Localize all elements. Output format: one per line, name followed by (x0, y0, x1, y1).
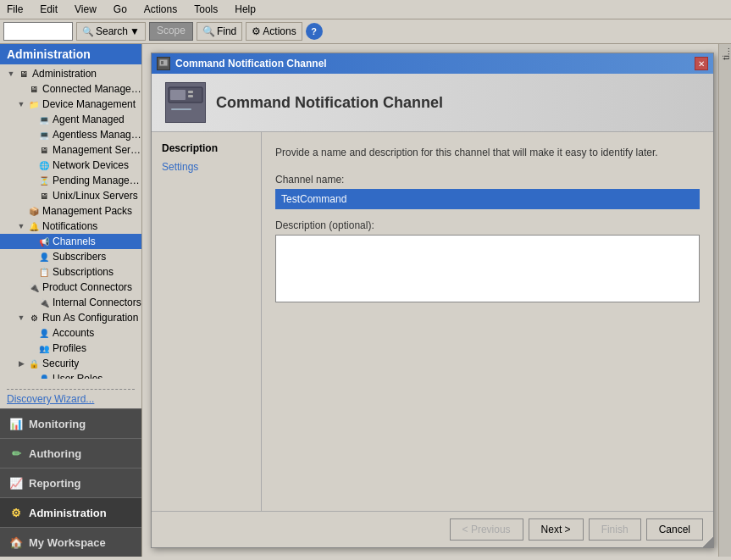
spacer-icon (27, 252, 36, 261)
menu-tools[interactable]: Tools (191, 2, 221, 17)
bottom-nav: 📊 Monitoring ✏ Authoring 📈 Reporting ⚙ A… (0, 408, 141, 557)
description-textarea[interactable] (275, 235, 700, 302)
menu-view[interactable]: View (71, 2, 100, 17)
actions-label: Actions (263, 25, 296, 37)
nav-reporting[interactable]: 📈 Reporting (0, 468, 141, 497)
sidebar-item-internal-connectors[interactable]: 🔌 Internal Connectors (0, 295, 141, 310)
nav-monitoring-label: Monitoring (29, 418, 86, 430)
search-input[interactable] (4, 25, 72, 38)
sidebar-tree: ▼ 🖥 Administration 🖥 Connected Managemen… (0, 64, 141, 379)
sidebar-item-mgmt-servers[interactable]: 🖥 Management Servers (0, 142, 141, 158)
menu-actions[interactable]: Actions (141, 2, 180, 17)
sidebar-item-label: Pending Management (53, 175, 141, 186)
sidebar-item-subscribers[interactable]: 👤 Subscribers (0, 249, 141, 264)
connector-icon: 🔌 (27, 280, 41, 294)
find-button[interactable]: 🔍 Find (197, 22, 242, 41)
authoring-icon: ✏ (8, 446, 24, 461)
menu-file[interactable]: File (3, 2, 26, 17)
scope-label: Scope (157, 25, 186, 36)
sidebar-item-agentless-managed[interactable]: 💻 Agentless Managed (0, 127, 141, 142)
expand-icon: ▼ (17, 222, 25, 230)
menu-go[interactable]: Go (110, 2, 130, 17)
spacer-icon (17, 283, 25, 291)
right-panel-stub: ti... (718, 44, 731, 557)
search-box (3, 22, 73, 41)
channel-name-input[interactable] (275, 189, 700, 209)
menu-edit[interactable]: Edit (36, 2, 61, 17)
security-icon: 🔒 (27, 357, 41, 370)
sidebar-item-label: User Roles (53, 373, 102, 379)
expand-icon: ▼ (7, 69, 15, 78)
profile-icon: 👥 (37, 341, 51, 355)
dialog-close-button[interactable]: ✕ (695, 57, 708, 70)
sidebar-item-channels[interactable]: 📢 Channels (0, 234, 141, 249)
discovery-wizard-link[interactable]: Discovery Wizard... (7, 393, 94, 405)
nav-authoring-label: Authoring (29, 447, 81, 460)
sidebar-item-accounts[interactable]: 👤 Accounts (0, 325, 141, 341)
channel-icon: 📢 (37, 235, 51, 248)
reporting-icon: 📈 (8, 475, 24, 491)
spacer-icon (27, 115, 36, 124)
pending-icon: ⏳ (37, 174, 51, 187)
menu-help[interactable]: Help (231, 2, 259, 17)
nav-administration[interactable]: ⚙ Administration (0, 497, 141, 527)
sidebar-item-product-connectors[interactable]: 🔌 Product Connectors (0, 280, 141, 295)
nav-reporting-label: Reporting (29, 477, 80, 490)
nav-monitoring[interactable]: 📊 Monitoring (0, 408, 141, 438)
sidebar-item-label: Subscriptions (53, 266, 114, 278)
sidebar-item-subscriptions[interactable]: 📋 Subscriptions (0, 264, 141, 280)
sidebar-item-security[interactable]: ▶ 🔒 Security (0, 356, 141, 371)
nav-authoring[interactable]: ✏ Authoring (0, 438, 141, 468)
expand-icon: ▶ (17, 359, 25, 368)
notification-icon: 🔔 (27, 219, 41, 233)
sidebar-item-connected-mgmt[interactable]: 🖥 Connected Management G... (0, 81, 141, 97)
dialog-description-text: Provide a name and description for this … (275, 146, 700, 160)
svg-rect-6 (171, 104, 200, 107)
sidebar-item-agent-managed[interactable]: 💻 Agent Managed (0, 112, 141, 127)
previous-button[interactable]: < Previous (450, 518, 523, 541)
spacer-icon (27, 191, 36, 200)
userrole-icon: 👤 (37, 372, 51, 379)
spacer-icon (27, 146, 36, 154)
scope-button[interactable]: Scope (149, 22, 193, 41)
sidebar-item-notifications[interactable]: ▼ 🔔 Notifications (0, 219, 141, 234)
connector-icon: 🔌 (37, 296, 51, 309)
spacer-icon (27, 344, 36, 352)
sidebar: Administration ▼ 🖥 Administration 🖥 Conn… (0, 44, 142, 557)
next-button[interactable]: Next > (529, 518, 584, 541)
runas-icon: ⚙ (27, 311, 41, 324)
expand-icon: ▼ (17, 313, 25, 322)
actions-icon: ⚙ (252, 25, 261, 37)
dialog-nav-settings[interactable]: Settings (152, 158, 261, 176)
sidebar-title: Administration (0, 44, 141, 64)
right-area: Command Notification Channel ✕ Command N… (142, 44, 731, 557)
dialog-nav-description[interactable]: Description (152, 139, 261, 158)
sidebar-item-network-devices[interactable]: 🌐 Network Devices (0, 158, 141, 173)
sidebar-item-label: Internal Connectors (53, 297, 141, 308)
monitor-icon: 📊 (8, 416, 24, 431)
sidebar-item-administration[interactable]: ▼ 🖥 Administration (0, 66, 141, 81)
finish-button[interactable]: Finish (589, 518, 641, 541)
help-button[interactable]: ? (306, 23, 323, 40)
sidebar-item-device-mgmt[interactable]: ▼ 📁 Device Management (0, 97, 141, 112)
nav-my-workspace[interactable]: 🏠 My Workspace (0, 527, 141, 557)
search-label: Search (96, 25, 128, 37)
resize-grip[interactable] (703, 537, 713, 547)
search-button[interactable]: 🔍 Search ▼ (76, 22, 146, 41)
sidebar-item-runas-config[interactable]: ▼ ⚙ Run As Configuration (0, 310, 141, 325)
admin-icon: ⚙ (8, 505, 24, 520)
search-icon: 🔍 (82, 26, 94, 37)
sidebar-item-mgmt-packs[interactable]: 📦 Management Packs (0, 203, 141, 219)
cancel-button[interactable]: Cancel (646, 518, 703, 541)
dialog-banner-title: Command Notification Channel (216, 94, 443, 112)
sidebar-item-profiles[interactable]: 👥 Profiles (0, 341, 141, 356)
sidebar-item-unix-servers[interactable]: 🖥 Unix/Linux Servers (0, 188, 141, 203)
sidebar-item-pending-mgmt[interactable]: ⏳ Pending Management (0, 173, 141, 188)
actions-button[interactable]: ⚙ Actions (246, 22, 302, 41)
sidebar-item-user-roles[interactable]: 👤 User Roles (0, 371, 141, 379)
computer-icon: 💻 (37, 128, 51, 141)
sidebar-item-label: Profiles (53, 342, 86, 354)
spacer-icon (27, 130, 36, 139)
network-icon: 🌐 (37, 158, 51, 172)
sidebar-item-label: Agentless Managed (53, 129, 141, 141)
